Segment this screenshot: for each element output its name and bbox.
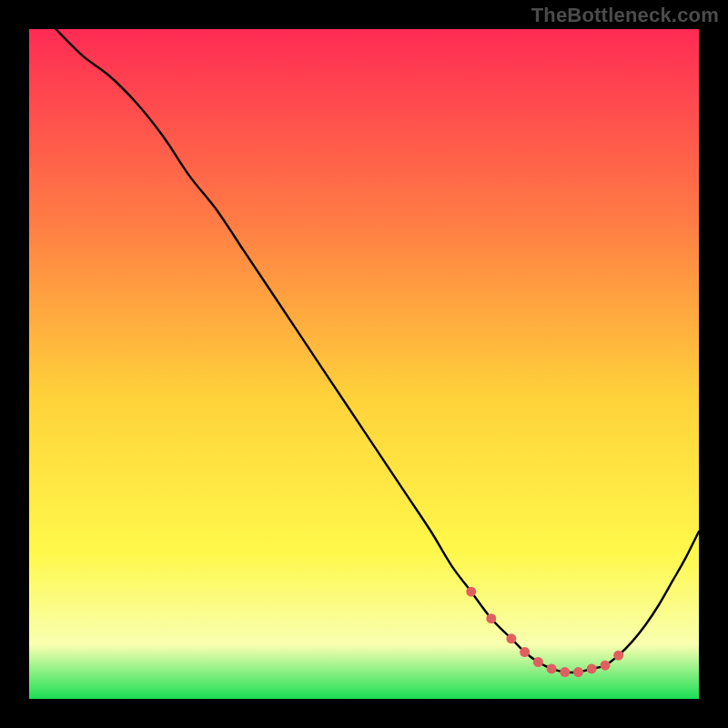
- plot-area: [29, 29, 699, 699]
- highlight-dot: [547, 663, 557, 673]
- highlight-dot: [560, 667, 570, 677]
- highlight-dot: [466, 587, 476, 597]
- highlight-dot: [573, 667, 583, 677]
- highlight-dot: [520, 647, 530, 657]
- bottleneck-chart: [29, 29, 699, 699]
- highlight-dot: [533, 657, 543, 667]
- highlight-dot: [587, 663, 597, 673]
- highlight-dot: [613, 651, 623, 661]
- highlight-dot: [506, 633, 516, 643]
- highlight-dot: [486, 613, 496, 623]
- gradient-background: [29, 29, 699, 699]
- highlight-dot: [601, 661, 611, 671]
- watermark-text: TheBottleneck.com: [531, 4, 719, 27]
- chart-frame: TheBottleneck.com: [0, 0, 728, 728]
